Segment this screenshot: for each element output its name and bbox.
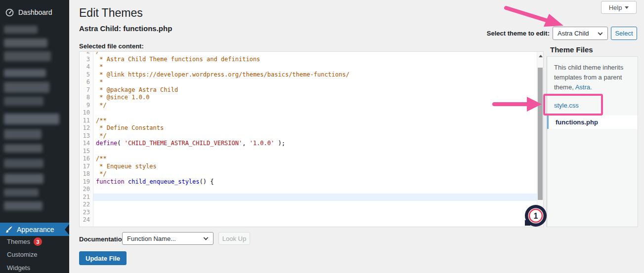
redacted-menu-item[interactable] <box>4 174 43 184</box>
code-line[interactable]: 21 <box>80 194 537 201</box>
redacted-menu-item[interactable] <box>4 39 47 47</box>
code-line[interactable]: 24 <box>80 216 537 224</box>
redacted-menu-item[interactable] <box>4 51 51 61</box>
redacted-menu-item[interactable] <box>4 69 46 77</box>
code-line[interactable]: 14define( 'CHILD_THEME_ASTRA_CHILD_VERSI… <box>80 140 537 148</box>
sidebar-item-label: Dashboard <box>18 8 52 16</box>
chevron-down-icon <box>204 235 209 240</box>
submenu-label: Customize <box>7 251 37 258</box>
sidebar-item-themes[interactable]: Themes 3 <box>7 237 42 246</box>
chevron-down-icon <box>625 6 629 9</box>
theme-files-panel: This child theme inherits templates from… <box>547 56 638 227</box>
documentation-dropdown[interactable]: Function Name... <box>122 232 214 245</box>
child-theme-description: This child theme inherits templates from… <box>547 57 638 92</box>
code-line[interactable]: 8 * @since 1.0.0 <box>80 94 537 102</box>
redacted-menu-item[interactable] <box>4 129 42 139</box>
code-line[interactable]: 15 <box>80 148 537 156</box>
chevron-down-icon <box>598 30 603 35</box>
redacted-menu-item[interactable] <box>4 159 43 168</box>
file-link-functions-php[interactable]: functions.php <box>547 116 638 129</box>
dashboard-icon <box>5 8 14 17</box>
submenu-label: Themes <box>7 238 30 245</box>
theme-select-dropdown[interactable]: Astra Child <box>553 27 608 40</box>
code-editor[interactable]: 2/**3 * Astra Child Theme functions and … <box>79 51 544 227</box>
code-lines[interactable]: 2/**3 * Astra Child Theme functions and … <box>80 51 537 224</box>
code-line[interactable]: 7 * @package Astra Child <box>80 86 537 94</box>
documentation-label: Documentation: <box>79 235 128 243</box>
redacted-menu-item[interactable] <box>4 189 39 196</box>
annotation-arrow-theme-select <box>506 8 563 27</box>
code-line[interactable]: 20 <box>80 186 537 194</box>
parent-theme-link[interactable]: Astra. <box>575 83 592 91</box>
select-theme-label: Select theme to edit: <box>474 30 550 37</box>
help-button[interactable]: Help <box>601 1 637 14</box>
redacted-menu-item[interactable] <box>4 144 43 153</box>
code-line[interactable]: 19function child_enqueue_styles() { <box>80 178 537 186</box>
scroll-up-icon[interactable] <box>539 55 543 57</box>
sidebar-item-customize[interactable]: Customize <box>7 251 37 258</box>
code-line[interactable]: 12 * Define Constants <box>80 124 537 132</box>
redacted-menu-item[interactable] <box>4 26 38 34</box>
code-line[interactable]: 22 <box>80 201 537 209</box>
redacted-menu-item[interactable] <box>4 114 59 124</box>
code-line[interactable]: 9 */ <box>80 102 537 110</box>
code-line[interactable]: 2/** <box>80 51 537 56</box>
wordpress-theme-editor-page: Dashboard Appearance Themes 3 Cust <box>0 0 644 273</box>
redacted-menu-item[interactable] <box>4 82 49 93</box>
editing-file-subtitle: Astra Child: functions.php <box>79 24 172 33</box>
sidebar-item-widgets[interactable]: Widgets <box>7 264 30 272</box>
sidebar-item-dashboard[interactable]: Dashboard <box>0 5 69 20</box>
submenu-label: Widgets <box>7 264 30 272</box>
code-line[interactable]: 6 * <box>80 78 537 86</box>
help-label: Help <box>609 4 622 11</box>
code-line[interactable]: 4 * <box>80 63 537 71</box>
code-line[interactable]: 13 */ <box>80 132 537 140</box>
documentation-select-value: Function Name... <box>127 235 176 242</box>
paintbrush-icon <box>5 226 13 234</box>
code-line[interactable]: 23 <box>80 209 537 217</box>
page-title: Edit Themes <box>79 6 143 20</box>
code-line[interactable]: 11/** <box>80 117 537 125</box>
sidebar-item-label: Appearance <box>17 226 54 234</box>
code-line[interactable]: 10 <box>80 109 537 117</box>
update-file-button[interactable]: Update File <box>79 251 127 265</box>
file-link-style-css[interactable]: style.css <box>547 99 638 112</box>
code-line[interactable]: 16/** <box>80 155 537 163</box>
theme-select-value: Astra Child <box>558 30 589 37</box>
redacted-menu-item[interactable] <box>4 201 43 210</box>
redacted-menu-item[interactable] <box>4 97 43 106</box>
admin-sidebar: Dashboard Appearance Themes 3 Cust <box>0 0 69 273</box>
code-line[interactable]: 5 * @link https://developer.wordpress.or… <box>80 71 537 79</box>
code-line[interactable]: 17 * Enqueue styles <box>80 163 537 171</box>
scrollbar-thumb[interactable] <box>538 68 543 200</box>
theme-files-heading: Theme Files <box>550 45 593 54</box>
editor-scrollbar[interactable] <box>537 52 543 227</box>
select-theme-button[interactable]: Select <box>611 27 637 40</box>
lookup-button[interactable]: Look Up <box>218 232 250 245</box>
sidebar-item-appearance[interactable]: Appearance <box>0 223 69 236</box>
themes-update-badge: 3 <box>34 237 42 246</box>
selected-file-content-label: Selected file content: <box>79 42 144 50</box>
current-menu-arrow <box>65 224 69 235</box>
code-line[interactable]: 3 * Astra Child Theme functions and defi… <box>80 56 537 64</box>
code-line[interactable]: 18 */ <box>80 170 537 178</box>
